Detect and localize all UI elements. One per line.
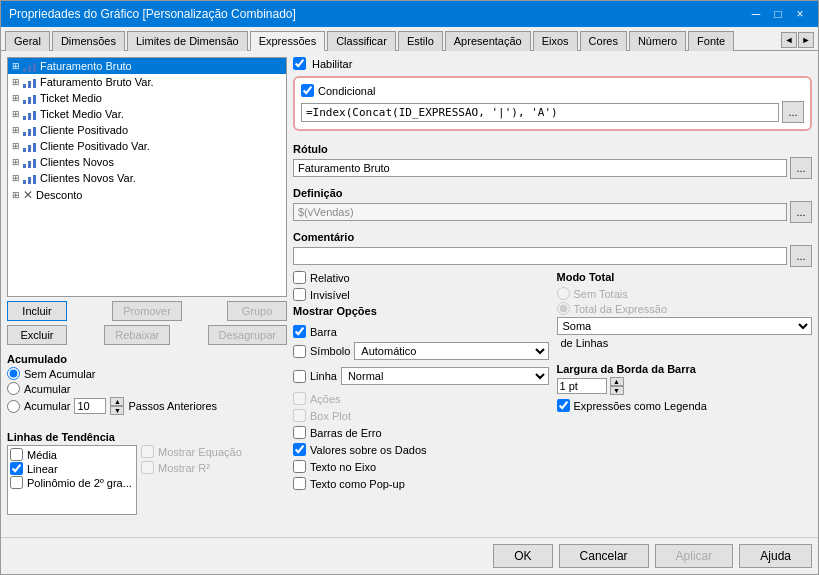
maximize-button[interactable]: □	[768, 5, 788, 23]
minimize-button[interactable]: ─	[746, 5, 766, 23]
invisivel-checkbox[interactable]	[293, 288, 306, 301]
valores-dados-row: Valores sobre os Dados	[293, 443, 549, 456]
acumular-all-row: Acumular	[7, 382, 287, 395]
tendencia-items-list[interactable]: Média Linear Polinômio de 2º gra...	[7, 445, 137, 515]
texto-eixo-checkbox[interactable]	[293, 460, 306, 473]
tab-expressoes[interactable]: Expressões	[250, 31, 325, 51]
tab-left-arrow[interactable]: ◄	[781, 32, 797, 48]
aplicar-button[interactable]: Aplicar	[655, 544, 734, 568]
passos-label: Passos Anteriores	[128, 400, 217, 412]
valores-dados-checkbox[interactable]	[293, 443, 306, 456]
tab-fonte[interactable]: Fonte	[688, 31, 734, 51]
rebaixar-button[interactable]: Rebaixar	[104, 325, 170, 345]
tab-geral[interactable]: Geral	[5, 31, 50, 51]
tab-right-arrow[interactable]: ►	[798, 32, 814, 48]
expand-icon[interactable]: ⊞	[12, 173, 20, 183]
barra-checkbox[interactable]	[293, 325, 306, 338]
acoes-checkbox[interactable]	[293, 392, 306, 405]
soma-select[interactable]: Soma	[557, 317, 813, 335]
cancelar-button[interactable]: Cancelar	[559, 544, 649, 568]
close-button[interactable]: ×	[790, 5, 810, 23]
rotulo-input[interactable]	[293, 159, 787, 177]
barras-erro-checkbox[interactable]	[293, 426, 306, 439]
simbolo-select[interactable]: Automático	[354, 342, 548, 360]
show-r2-checkbox[interactable]	[141, 461, 154, 474]
promover-button[interactable]: Promover	[112, 301, 182, 321]
tab-cores[interactable]: Cores	[580, 31, 627, 51]
texto-popup-checkbox[interactable]	[293, 477, 306, 490]
tab-limites[interactable]: Limites de Dimensão	[127, 31, 248, 51]
show-eq-checkbox[interactable]	[141, 445, 154, 458]
total-expressao-radio[interactable]	[557, 302, 570, 315]
desagrupar-button[interactable]: Desagrupar	[208, 325, 287, 345]
conditional-ellipsis-button[interactable]: ...	[782, 101, 804, 123]
conditional-formula-input[interactable]	[301, 103, 779, 122]
button-row-1: Incluir Promover Grupo	[7, 301, 287, 321]
relativo-checkbox[interactable]	[293, 271, 306, 284]
right-panel: Habilitar Condicional ... Rótulo ...	[293, 57, 812, 531]
list-item[interactable]: ⊞ ✕ Desconto	[8, 186, 286, 204]
incluir-button[interactable]: Incluir	[7, 301, 67, 321]
ok-button[interactable]: OK	[493, 544, 552, 568]
expression-list[interactable]: ⊞ Faturamento Bruto ⊞ Faturamento Bruto …	[7, 57, 287, 297]
sem-totais-radio[interactable]	[557, 287, 570, 300]
comentario-input[interactable]	[293, 247, 787, 265]
expand-icon[interactable]: ⊞	[12, 125, 20, 135]
expand-icon[interactable]: ⊞	[12, 190, 20, 200]
acumular-n-radio[interactable]	[7, 400, 20, 413]
expr-label: Faturamento Bruto	[40, 60, 132, 72]
largura-spin-down[interactable]: ▼	[610, 386, 624, 395]
polinomio-checkbox[interactable]	[10, 476, 23, 489]
formula-row: ...	[301, 101, 804, 123]
simbolo-checkbox[interactable]	[293, 345, 306, 358]
show-options-col: Relativo Invisível Mostrar Opções Barra	[293, 271, 549, 531]
list-item[interactable]: ⊞ Clientes Novos Var.	[8, 170, 286, 186]
total-expressao-label: Total da Expressão	[574, 303, 668, 315]
tab-numero[interactable]: Número	[629, 31, 686, 51]
expand-icon[interactable]: ⊞	[12, 141, 20, 151]
conditional-checkbox[interactable]	[301, 84, 314, 97]
list-item[interactable]: ⊞ Cliente Positivado Var.	[8, 138, 286, 154]
conditional-header: Condicional	[301, 84, 804, 97]
tab-eixos[interactable]: Eixos	[533, 31, 578, 51]
comentario-ellipsis-button[interactable]: ...	[790, 245, 812, 267]
expressoes-legenda-checkbox[interactable]	[557, 399, 570, 412]
definicao-ellipsis-button[interactable]: ...	[790, 201, 812, 223]
tab-dimensoes[interactable]: Dimensões	[52, 31, 125, 51]
list-item[interactable]: ⊞ Faturamento Bruto Var.	[8, 74, 286, 90]
expand-icon[interactable]: ⊞	[12, 77, 20, 87]
tab-classificar[interactable]: Classificar	[327, 31, 396, 51]
conditional-box: Condicional ...	[293, 76, 812, 131]
list-item[interactable]: ⊞ Ticket Medio Var.	[8, 106, 286, 122]
tab-estilo[interactable]: Estilo	[398, 31, 443, 51]
expand-icon[interactable]: ⊞	[12, 109, 20, 119]
excluir-button[interactable]: Excluir	[7, 325, 67, 345]
sem-acumular-radio[interactable]	[7, 367, 20, 380]
list-item[interactable]: ⊞ Ticket Medio	[8, 90, 286, 106]
acumular-all-radio[interactable]	[7, 382, 20, 395]
linha-checkbox[interactable]	[293, 370, 306, 383]
acumular-n-input[interactable]	[74, 398, 106, 414]
largura-spin-up[interactable]: ▲	[610, 377, 624, 386]
media-checkbox[interactable]	[10, 448, 23, 461]
linear-checkbox[interactable]	[10, 462, 23, 475]
definicao-input[interactable]	[293, 203, 787, 221]
footer: OK Cancelar Aplicar Ajuda	[1, 537, 818, 574]
largura-input[interactable]	[557, 378, 607, 394]
linha-select[interactable]: Normal	[341, 367, 549, 385]
habilitar-checkbox[interactable]	[293, 57, 306, 70]
list-item[interactable]: ⊞ Cliente Positivado	[8, 122, 286, 138]
boxplot-checkbox[interactable]	[293, 409, 306, 422]
tab-apresentacao[interactable]: Apresentação	[445, 31, 531, 51]
expand-icon[interactable]: ⊞	[12, 61, 20, 71]
ajuda-button[interactable]: Ajuda	[739, 544, 812, 568]
conditional-label: Condicional	[318, 85, 375, 97]
list-item[interactable]: ⊞ Faturamento Bruto	[8, 58, 286, 74]
spin-up[interactable]: ▲	[110, 397, 124, 406]
list-item[interactable]: ⊞ Clientes Novos	[8, 154, 286, 170]
grupo-button[interactable]: Grupo	[227, 301, 287, 321]
expand-icon[interactable]: ⊞	[12, 93, 20, 103]
spin-down[interactable]: ▼	[110, 406, 124, 415]
expand-icon[interactable]: ⊞	[12, 157, 20, 167]
rotulo-ellipsis-button[interactable]: ...	[790, 157, 812, 179]
